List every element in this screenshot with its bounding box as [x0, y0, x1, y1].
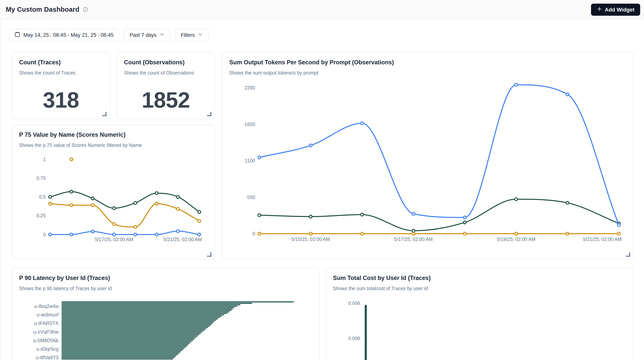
svg-text:u-aobnuxf: u-aobnuxf: [36, 312, 59, 317]
widget-p90-chart: P 90 Latency by User Id (Traces) Shows t…: [12, 268, 320, 360]
date-range-label: May 14, 25 : 08:45 - May 21, 25 : 08:45: [23, 32, 114, 38]
widget-count-traces: Count (Traces) Shows the count of Traces…: [12, 52, 110, 119]
svg-text:0.25: 0.25: [36, 213, 46, 218]
plus-icon: [597, 6, 602, 13]
svg-text:5/15/25, 02:00 AM: 5/15/25, 02:00 AM: [292, 236, 330, 242]
widget-title: Count (Traces): [19, 59, 110, 66]
cost-bar-chart[interactable]: 0.0080.006: [326, 268, 633, 360]
widget-title: Count (Observations): [124, 59, 214, 66]
widget-cost-chart: Sum Total Cost by User Id (Traces) Shows…: [326, 268, 634, 360]
date-preset-label: Past 7 days: [130, 32, 156, 38]
add-widget-label: Add Widget: [605, 7, 634, 13]
info-icon[interactable]: [82, 7, 88, 12]
svg-text:5/17/25, 02:00 AM: 5/17/25, 02:00 AM: [394, 236, 433, 242]
svg-text:0.75: 0.75: [36, 176, 46, 181]
svg-text:0.008: 0.008: [348, 301, 360, 306]
chevron-down-icon: [198, 32, 203, 38]
header: My Custom Dashboard Add Widget: [0, 0, 644, 19]
p90-bar-chart[interactable]: u-8sq2w4au-aobnuxfu-tFAR5TXu-zVqP3hwu-5M…: [12, 268, 320, 360]
resize-handle-icon[interactable]: [625, 251, 630, 257]
svg-text:u-zVqP3hw: u-zVqP3hw: [33, 329, 58, 334]
svg-text:u-8fVa9T3: u-8fVa9T3: [36, 355, 58, 360]
widget-subtitle: Shows the count of Traces: [19, 70, 110, 76]
svg-text:5/21/25, 02:00 AM: 5/21/25, 02:00 AM: [583, 236, 622, 242]
date-preset-select[interactable]: Past 7 days: [124, 29, 170, 41]
svg-text:1: 1: [43, 157, 46, 162]
svg-text:u-d3qr5cg: u-d3qr5cg: [36, 346, 58, 351]
widget-p75-chart: P 75 Value by Name (Scores Numeric) Show…: [12, 125, 215, 259]
svg-text:0: 0: [43, 232, 46, 237]
svg-text:5/17/25, 02:00 AM: 5/17/25, 02:00 AM: [95, 237, 133, 242]
count-value: 1852: [117, 81, 214, 119]
svg-text:0.5: 0.5: [39, 194, 46, 200]
resize-handle-icon[interactable]: [206, 251, 212, 257]
svg-text:0.006: 0.006: [348, 336, 360, 341]
date-range-button[interactable]: May 14, 25 : 08:45 - May 21, 25 : 08:45: [9, 29, 119, 41]
svg-text:2200: 2200: [244, 85, 255, 90]
chevron-down-icon: [160, 32, 164, 38]
tokens-line-chart[interactable]: 05501100165022005/15/25, 02:00 AM5/17/25…: [222, 53, 633, 259]
widget-subtitle: Shows the count of Observations: [124, 70, 214, 76]
svg-text:u-8sq2w4a: u-8sq2w4a: [34, 303, 59, 309]
filter-bar: May 14, 25 : 08:45 - May 21, 25 : 08:45 …: [9, 29, 208, 41]
svg-text:550: 550: [247, 195, 255, 200]
p75-line-chart[interactable]: 00.250.50.7515/17/25, 02:00 AM5/21/25, 0…: [12, 125, 214, 259]
svg-text:0: 0: [252, 231, 255, 236]
svg-text:u-tFAR5TX: u-tFAR5TX: [34, 320, 58, 326]
resize-handle-icon[interactable]: [206, 111, 212, 117]
calendar-icon: [14, 32, 20, 39]
widget-count-observations: Count (Observations) Shows the count of …: [117, 52, 215, 119]
svg-text:u-5M8D56k: u-5M8D56k: [33, 338, 58, 343]
widget-tokens-chart: Sum Output Tokens Per Second by Prompt (…: [222, 52, 634, 259]
resize-handle-icon[interactable]: [101, 111, 107, 117]
content-left-border: [0, 19, 1, 360]
add-widget-button[interactable]: Add Widget: [591, 4, 640, 16]
svg-text:5/21/25, 02:00 AM: 5/21/25, 02:00 AM: [164, 237, 202, 242]
svg-text:1100: 1100: [245, 158, 255, 163]
filters-label: Filters: [180, 32, 195, 38]
page-title: My Custom Dashboard: [6, 6, 80, 13]
filters-button[interactable]: Filters: [175, 29, 208, 41]
svg-text:1650: 1650: [244, 122, 255, 127]
svg-text:5/19/25, 02:00 AM: 5/19/25, 02:00 AM: [497, 236, 536, 242]
count-value: 318: [12, 81, 110, 119]
